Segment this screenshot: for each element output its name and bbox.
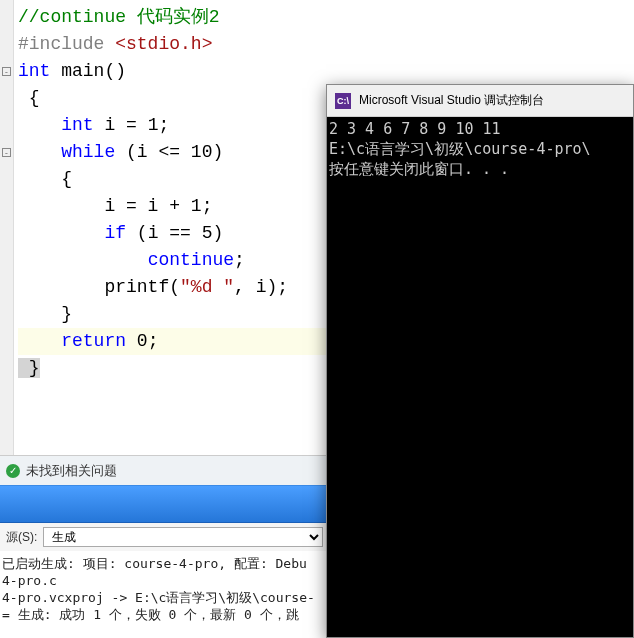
check-icon: ✓ bbox=[6, 464, 20, 478]
gutter-line bbox=[0, 355, 13, 382]
gutter-line bbox=[0, 112, 13, 139]
gutter-line bbox=[0, 166, 13, 193]
editor-gutter: -- bbox=[0, 0, 14, 455]
code-line[interactable]: #include <stdio.h> bbox=[18, 31, 632, 58]
vs-icon: C:\ bbox=[335, 93, 351, 109]
gutter-line bbox=[0, 328, 13, 355]
gutter-line bbox=[0, 193, 13, 220]
gutter-line bbox=[0, 220, 13, 247]
gutter-line bbox=[0, 274, 13, 301]
gutter-line bbox=[0, 85, 13, 112]
console-title: Microsoft Visual Studio 调试控制台 bbox=[359, 92, 544, 109]
output-source-select[interactable]: 生成 bbox=[43, 527, 323, 547]
gutter-line bbox=[0, 301, 13, 328]
gutter-line: - bbox=[0, 58, 13, 85]
issues-label: 未找到相关问题 bbox=[26, 462, 117, 480]
gutter-line bbox=[0, 31, 13, 58]
code-line[interactable]: //continue 代码实例2 bbox=[18, 4, 632, 31]
output-source-label: 源(S): bbox=[6, 529, 37, 546]
console-output[interactable]: 2 3 4 6 7 8 9 10 11 E:\c语言学习\初级\course-4… bbox=[327, 117, 633, 637]
gutter-line: - bbox=[0, 139, 13, 166]
console-titlebar[interactable]: C:\ Microsoft Visual Studio 调试控制台 bbox=[327, 85, 633, 117]
debug-console-window[interactable]: C:\ Microsoft Visual Studio 调试控制台 2 3 4 … bbox=[326, 84, 634, 638]
gutter-line bbox=[0, 4, 13, 31]
fold-toggle-icon[interactable]: - bbox=[2, 148, 11, 157]
code-line[interactable]: int main() bbox=[18, 58, 632, 85]
fold-toggle-icon[interactable]: - bbox=[2, 67, 11, 76]
gutter-line bbox=[0, 247, 13, 274]
